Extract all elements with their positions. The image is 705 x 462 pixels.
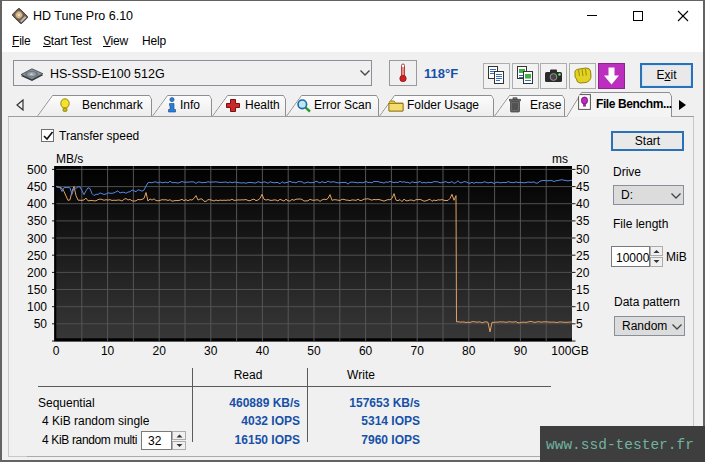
svg-text:100: 100 <box>27 300 47 314</box>
svg-text:50: 50 <box>576 163 590 177</box>
svg-text:20: 20 <box>153 344 167 358</box>
svg-text:70: 70 <box>411 344 425 358</box>
svg-text:500: 500 <box>27 163 47 177</box>
svg-text:25: 25 <box>576 249 590 263</box>
svg-text:350: 350 <box>27 214 47 228</box>
svg-text:0: 0 <box>53 344 60 358</box>
svg-text:15: 15 <box>576 283 590 297</box>
svg-text:150: 150 <box>27 283 47 297</box>
svg-text:250: 250 <box>27 249 47 263</box>
svg-text:300: 300 <box>27 232 47 246</box>
svg-text:40: 40 <box>576 197 590 211</box>
svg-text:90: 90 <box>514 344 528 358</box>
svg-text:80: 80 <box>462 344 476 358</box>
svg-text:5: 5 <box>576 317 583 331</box>
svg-text:450: 450 <box>27 180 47 194</box>
svg-text:60: 60 <box>359 344 373 358</box>
svg-text:35: 35 <box>576 214 590 228</box>
svg-text:10: 10 <box>576 300 590 314</box>
svg-text:400: 400 <box>27 197 47 211</box>
svg-text:200: 200 <box>27 266 47 280</box>
svg-text:20: 20 <box>576 266 590 280</box>
svg-text:30: 30 <box>204 344 218 358</box>
svg-text:MB/s: MB/s <box>56 152 83 166</box>
svg-text:40: 40 <box>256 344 270 358</box>
svg-text:ms: ms <box>552 152 568 166</box>
svg-text:45: 45 <box>576 180 590 194</box>
svg-text:50: 50 <box>307 344 321 358</box>
svg-text:10: 10 <box>101 344 115 358</box>
svg-text:100GB: 100GB <box>551 344 588 358</box>
svg-text:30: 30 <box>576 232 590 246</box>
svg-text:50: 50 <box>34 317 48 331</box>
